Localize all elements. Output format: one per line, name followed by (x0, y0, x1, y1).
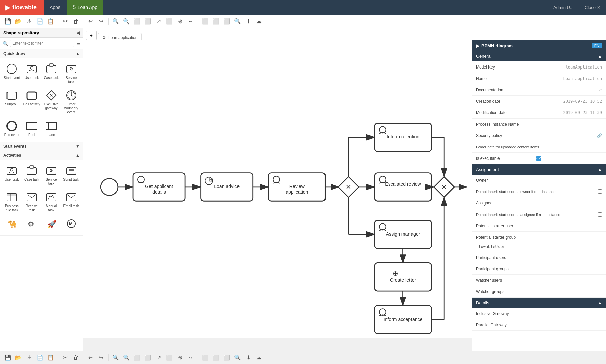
bottom-deploy-btn[interactable]: ☁ (254, 353, 264, 363)
paste-btn[interactable]: 📋 (46, 16, 56, 27)
shape-end-event-quick[interactable]: End event (3, 118, 21, 139)
bottom-image-btn[interactable]: ⬜ (222, 353, 232, 363)
bottom-fit-btn[interactable]: ⬜ (132, 353, 142, 363)
shape-service-task-act[interactable]: ⚙ Service task (42, 163, 61, 188)
bottom-zoom-in-btn[interactable]: 🔍 (121, 353, 131, 363)
create-letter-node[interactable] (375, 263, 431, 291)
nav-loan-app[interactable]: $ Loan App (67, 0, 103, 15)
auto-layout-btn[interactable]: ⬜ (164, 16, 174, 27)
no-inherit-owner-label: Do not inherit start user as owner if ro… (476, 190, 595, 194)
close-button[interactable]: Close ✕ (579, 5, 606, 10)
bottom-cut-btn[interactable]: ✂ (60, 353, 70, 363)
zoom-out-btn[interactable]: 🔍 (111, 16, 121, 27)
bottom-align-btn[interactable]: ↗ (154, 353, 164, 363)
panel-collapse-btn[interactable]: ◀ (76, 30, 80, 35)
shape-rocket-act[interactable]: 🚀 (42, 216, 61, 233)
search-input[interactable] (10, 40, 74, 47)
assignment-section-header[interactable]: Assignment ▲ (472, 164, 606, 175)
general-section-header[interactable]: General ▲ (472, 51, 606, 61)
shape-biz-rule-act[interactable]: Business rule task (3, 189, 21, 214)
shape-btn[interactable]: ⬜ (211, 16, 221, 27)
bottom-copy-btn[interactable]: 📄 (35, 353, 45, 363)
shape-script-task-act[interactable]: Script task (62, 163, 80, 188)
shape-pool-quick[interactable]: Pool (23, 118, 41, 139)
bottom-shape-btn[interactable]: ⬜ (211, 353, 221, 363)
shape-user-task-quick[interactable]: User task (23, 61, 41, 86)
canvas-tab-loan[interactable]: ⚙ Loan application (98, 33, 142, 40)
align-btn[interactable]: ↗ (154, 16, 164, 27)
canvas-content[interactable]: Get applicant details ⊞ Loan advice (83, 40, 472, 338)
start-events-header[interactable]: Start events ▼ (0, 142, 83, 151)
bottom-search-btn[interactable]: 🔍 (232, 353, 243, 363)
shape-timer-quick[interactable]: Timer boundary event (62, 87, 80, 117)
validate-btn[interactable]: ⚠ (24, 16, 34, 27)
shape-gear2-act[interactable]: ⚙ (23, 216, 41, 233)
shape-email-task-act[interactable]: Email task (62, 189, 80, 214)
bottom-auto-layout-btn[interactable]: ⬜ (164, 353, 174, 363)
bottom-connector-btn[interactable]: ⊕ (175, 353, 185, 363)
undo-btn[interactable]: ↩ (85, 16, 95, 27)
right-panel-expand-icon[interactable]: ▶ (476, 43, 479, 48)
fullscreen-btn[interactable]: ⬜ (143, 16, 153, 27)
bottom-save-btn[interactable]: 💾 (3, 353, 13, 363)
activities-header[interactable]: Activities ▲ (0, 151, 83, 160)
bottom-zoom-out-btn[interactable]: 🔍 (111, 353, 121, 363)
add-tab-btn[interactable]: + (86, 31, 97, 40)
nav-apps[interactable]: Apps (44, 0, 67, 15)
shape-subprocess-quick[interactable]: Subpro... (3, 87, 21, 117)
shape-receive-task-act[interactable]: Receive task (23, 189, 41, 214)
cut-btn[interactable]: ✂ (60, 16, 70, 27)
shape-service-task-quick[interactable]: ⚙ Service task (62, 61, 80, 86)
shape-user-task-act[interactable]: User task (3, 163, 21, 188)
bottom-text-btn[interactable]: ⬜ (200, 353, 210, 363)
apps-label: Apps (50, 5, 60, 10)
connector-btn[interactable]: ⊕ (175, 16, 185, 27)
search-diagram-btn[interactable]: 🔍 (232, 16, 243, 27)
escalated-review-node[interactable] (375, 173, 431, 201)
redo-btn[interactable]: ↪ (96, 16, 106, 27)
no-inherit-assignee-checkbox[interactable] (598, 212, 602, 217)
delete-btn[interactable]: 🗑 (71, 16, 81, 27)
fit-btn[interactable]: ⬜ (132, 16, 142, 27)
image-btn[interactable]: ⬜ (222, 16, 232, 27)
shape-camel-act[interactable]: 🐪 (3, 216, 21, 233)
shape-mule-act[interactable]: M (62, 216, 80, 233)
bottom-export-btn[interactable]: ⬇ (243, 353, 253, 363)
export-btn[interactable]: ⬇ (243, 16, 253, 27)
bottom-open-btn[interactable]: 📂 (13, 353, 24, 363)
bottom-validate-btn[interactable]: ⚠ (24, 353, 34, 363)
shape-lane-quick[interactable]: Lane (42, 118, 61, 139)
shape-start-event[interactable]: Start event (3, 61, 21, 86)
deploy-btn[interactable]: ☁ (254, 16, 264, 27)
security-policy-link[interactable]: 🔗 (536, 133, 602, 138)
text-btn[interactable]: ⬜ (200, 16, 210, 27)
lang-button[interactable]: EN (592, 43, 602, 48)
documentation-expand-icon[interactable]: ⤢ (536, 88, 602, 92)
list-view-icon[interactable]: ☰ (76, 41, 80, 46)
save-btn[interactable]: 💾 (3, 16, 13, 27)
bottom-redo-btn[interactable]: ↪ (96, 353, 106, 363)
bottom-flip-btn[interactable]: ↔ (186, 353, 196, 363)
quick-draw-header[interactable]: Quick draw ▲ (0, 49, 83, 58)
bottom-undo-btn[interactable]: ↩ (85, 353, 95, 363)
shape-manual-task-act[interactable]: Manual task (42, 189, 61, 214)
panel-header: Shape repository ◀ (0, 28, 83, 38)
potential-starter-user-row: Potential starter user (472, 220, 606, 232)
is-executable-checkbox[interactable]: ✓ (536, 156, 541, 161)
shape-case-task-quick[interactable]: Case task (42, 61, 61, 86)
shape-exclusive-gw-quick[interactable]: ✕ Exclusive gateway (42, 87, 61, 117)
start-event-node[interactable] (101, 179, 118, 196)
shape-call-activity-quick[interactable]: Call activity (23, 87, 41, 117)
no-inherit-owner-checkbox[interactable] (598, 189, 602, 194)
copy-btn[interactable]: 📄 (35, 16, 45, 27)
details-section-header[interactable]: Details ▲ (472, 298, 606, 308)
flip-btn[interactable]: ↔ (186, 16, 196, 27)
zoom-in-btn[interactable]: 🔍 (121, 16, 131, 27)
logo[interactable]: ▶ flowable (0, 0, 44, 15)
bottom-fullscreen-btn[interactable]: ⬜ (143, 353, 153, 363)
bottom-paste-btn[interactable]: 📋 (46, 353, 56, 363)
open-btn[interactable]: 📂 (13, 16, 24, 27)
bottom-delete-btn[interactable]: 🗑 (71, 353, 81, 363)
potential-starter-group-row: Potential starter group (472, 232, 606, 243)
shape-case-task-act[interactable]: Case task (23, 163, 41, 188)
